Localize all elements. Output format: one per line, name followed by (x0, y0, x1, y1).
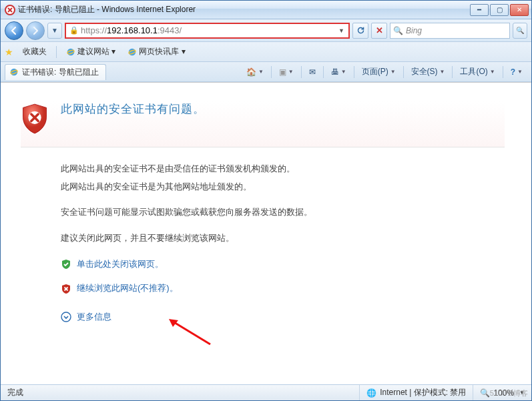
read-mail-button[interactable]: ✉ (304, 65, 320, 79)
url-dropdown-icon[interactable]: ▼ (336, 27, 347, 34)
print-button[interactable]: 🖶▼ (326, 65, 351, 79)
chevron-circle-down-icon (61, 312, 71, 322)
cert-error-heading: 此网站的安全证书有问题。 (61, 101, 205, 117)
mail-icon: ✉ (309, 67, 316, 77)
page-content: 此网站的安全证书有问题。 此网站出具的安全证书不是由受信任的证书颁发机构颁发的。… (1, 82, 531, 384)
search-provider-button[interactable]: 🔍 (513, 23, 527, 39)
tab-title: 证书错误: 导航已阻止 (22, 67, 99, 78)
titlebar: 证书错误: 导航已阻止 - Windows Internet Explorer … (1, 1, 531, 19)
ie-icon (66, 47, 75, 57)
shield-error-icon (21, 103, 49, 135)
search-placeholder: Bing (406, 26, 422, 35)
active-tab[interactable]: 证书错误: 导航已阻止 (5, 64, 106, 80)
ie-icon (127, 47, 137, 57)
zoom-icon: 🔍 (480, 388, 490, 398)
svg-point-14 (61, 312, 71, 322)
close-page-row: 单击此处关闭该网页。 (61, 256, 505, 273)
close-page-link[interactable]: 单击此处关闭该网页。 (77, 256, 164, 273)
continue-link[interactable]: 继续浏览此网站(不推荐)。 (77, 280, 178, 297)
web-slice-button[interactable]: 网页快讯库 ▾ (123, 45, 189, 59)
feeds-button[interactable]: ▣▼ (274, 65, 298, 79)
help-icon: ? (511, 67, 515, 77)
cert-text-1: 此网站出具的安全证书不是由受信任的证书颁发机构颁发的。 (61, 161, 505, 177)
refresh-button[interactable] (352, 23, 368, 39)
search-box[interactable]: 🔍 Bing (390, 23, 510, 39)
nav-toolbar: ▼ 🔒 https://192.168.10.1:9443/ ▼ ✕ 🔍 Bin… (1, 19, 531, 42)
separator (56, 46, 57, 58)
favorites-star-icon[interactable]: ★ (5, 47, 13, 57)
shield-warn-icon (61, 284, 71, 294)
more-info-toggle[interactable]: 更多信息 (61, 309, 505, 326)
status-bar: 完成 🌐 Internet | 保护模式: 禁用 🔍 100% ▼ 51CTO博… (1, 384, 531, 400)
recent-pages-button[interactable]: ▼ (47, 23, 62, 39)
cert-error-header: 此网站的安全证书有问题。 (21, 101, 505, 147)
tools-menu-button[interactable]: 工具(O) ▼ (455, 65, 499, 79)
search-icon: 🔍 (393, 26, 403, 35)
status-zone[interactable]: 🌐 Internet | 保护模式: 禁用 (360, 385, 473, 400)
address-bar[interactable]: 🔒 https://192.168.10.1:9443/ ▼ (65, 23, 350, 39)
cert-error-body: 此网站出具的安全证书不是由受信任的证书颁发机构颁发的。 此网站出具的安全证书是为… (61, 161, 505, 326)
home-icon: 🏠 (246, 67, 256, 77)
stop-button[interactable]: ✕ (371, 23, 387, 39)
home-button[interactable]: 🏠▼ (242, 65, 268, 79)
more-info-label: 更多信息 (77, 309, 111, 326)
cert-text-4: 建议关闭此网页，并且不要继续浏览该网站。 (61, 230, 505, 247)
print-icon: 🖶 (331, 67, 339, 77)
globe-icon: 🌐 (366, 388, 376, 398)
ie-window: 证书错误: 导航已阻止 - Windows Internet Explorer … (0, 0, 532, 401)
back-button[interactable] (5, 21, 23, 40)
cert-text-3: 安全证书问题可能显示试图欺骗您或截获您向服务器发送的数据。 (61, 204, 505, 221)
favorites-label[interactable]: 收藏夹 (19, 45, 51, 59)
maximize-button[interactable]: ▢ (490, 4, 509, 16)
close-button[interactable]: ✕ (510, 4, 529, 16)
status-zoom[interactable]: 🔍 100% ▼ (473, 385, 531, 400)
status-done: 完成 (1, 385, 360, 400)
favorites-bar: ★ 收藏夹 建议网站 ▾ 网页快讯库 ▾ (1, 42, 531, 62)
minimize-button[interactable]: ━ (470, 4, 489, 16)
url-text: https://192.168.10.1:9443/ (81, 25, 336, 35)
continue-row: 继续浏览此网站(不推荐)。 (61, 280, 505, 297)
chevron-down-icon: ▼ (519, 390, 525, 396)
shield-ok-icon (61, 259, 71, 270)
forward-button[interactable] (26, 21, 45, 40)
cert-text-2: 此网站出具的安全证书是为其他网站地址颁发的。 (61, 179, 505, 195)
suggested-sites-button[interactable]: 建议网站 ▾ (62, 45, 119, 59)
safety-menu-button[interactable]: 安全(S) ▼ (407, 65, 450, 79)
command-bar: 🏠▼ ▣▼ ✉ 🖶▼ 页面(P) ▼ 安全(S) ▼ 工具(O) ▼ ?▼ (242, 65, 527, 79)
window-title: 证书错误: 导航已阻止 - Windows Internet Explorer (18, 4, 470, 15)
ie-icon (9, 67, 19, 77)
page-menu-button[interactable]: 页面(P) ▼ (357, 65, 401, 79)
lock-icon: 🔒 (69, 26, 79, 35)
help-button[interactable]: ?▼ (506, 65, 527, 79)
cert-error-icon (5, 5, 15, 15)
rss-icon: ▣ (279, 67, 286, 77)
tab-toolbar: 证书错误: 导航已阻止 🏠▼ ▣▼ ✉ 🖶▼ 页面(P) ▼ 安全(S) ▼ 工… (1, 62, 531, 82)
